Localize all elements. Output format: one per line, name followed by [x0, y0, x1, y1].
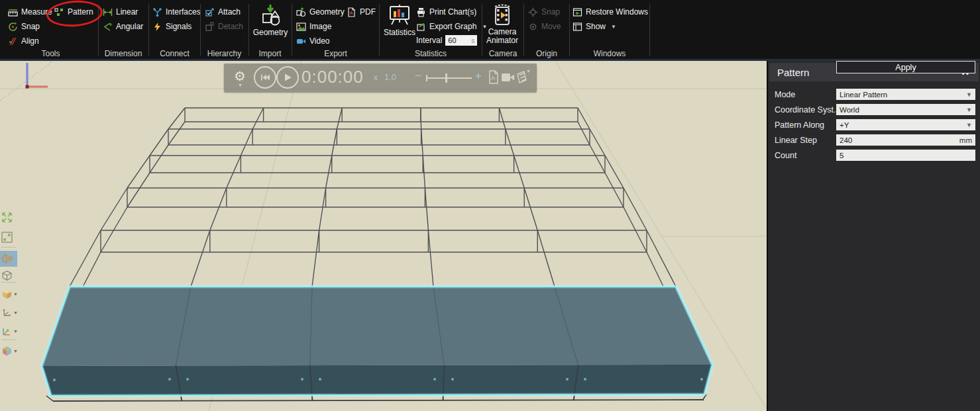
world-axes-button[interactable]: ▼ [1, 323, 19, 339]
export-geometry-button[interactable]: Geometry [296, 6, 345, 18]
pattern-along-select[interactable]: +Y ▼ [836, 119, 975, 130]
export-graph-button[interactable]: Export Graph ▼ [416, 21, 487, 32]
apply-button[interactable]: Apply [836, 61, 975, 73]
camera-animator-button[interactable]: Camera Animator [484, 3, 520, 45]
fit-selected-button[interactable] [1, 229, 19, 245]
linear-step-input[interactable] [840, 136, 959, 144]
export-pdf-animation-button[interactable]: A [488, 70, 499, 87]
camera-animator-icon [490, 3, 515, 28]
linear-step-unit: mm [959, 136, 972, 144]
dropdown-caret-icon[interactable]: ▼ [238, 83, 243, 87]
application-window: Measure Pattern Snap Align Tools Linear … [0, 0, 980, 411]
export-video-button[interactable]: Video [296, 35, 329, 47]
view-cube-button[interactable]: ▼ [1, 343, 19, 359]
dropdown-caret-icon: ▼ [13, 329, 18, 334]
linear-dimension-icon [103, 7, 113, 17]
wireframe-view-icon [1, 270, 13, 281]
video-camera-icon [502, 73, 515, 82]
speed-slider-track[interactable] [426, 77, 472, 79]
export-image-button[interactable]: Image [296, 21, 331, 32]
attach-icon [205, 7, 215, 17]
origin-snap-button[interactable]: Snap [528, 6, 560, 18]
measure-button[interactable]: Measure [8, 6, 52, 18]
solid-view-button[interactable]: ▼ [1, 286, 19, 302]
view-cube-icon [1, 345, 13, 357]
group-label-statistics: Statistics [381, 49, 480, 58]
play-button[interactable] [276, 66, 299, 89]
play-icon [284, 73, 292, 82]
pattern-button[interactable]: Pattern [54, 6, 93, 18]
export-pdf-button[interactable]: A PDF [347, 6, 376, 18]
pattern-along-row: Pattern Along +Y ▼ [768, 119, 980, 131]
detach-button[interactable]: Detach [205, 21, 243, 32]
detach-icon [205, 22, 215, 32]
restore-windows-icon [572, 7, 582, 17]
mode-value: Linear Pattern [840, 91, 966, 99]
interfaces-button[interactable]: Interfaces [152, 6, 201, 18]
group-label-import: Import [250, 49, 290, 58]
align-button[interactable]: Align [8, 35, 39, 47]
origin-snap-icon [528, 7, 538, 17]
snap-button[interactable]: Snap [8, 21, 40, 32]
group-label-camera: Camera [484, 49, 522, 58]
speed-slider-min-tick [426, 75, 427, 81]
print-charts-label: Print Chart(s) [429, 7, 476, 17]
viewport-toolbar-separator [1, 340, 16, 340]
statistics-button[interactable]: Statistics [383, 3, 416, 37]
angular-dimension-button[interactable]: Angular [103, 21, 143, 32]
restore-windows-button[interactable]: Restore Windows [572, 6, 648, 18]
coordinate-system-select[interactable]: World ▼ [836, 104, 975, 115]
attach-button[interactable]: Attach [205, 6, 241, 18]
speed-increase-button[interactable]: + [475, 69, 482, 83]
speed-slider-handle[interactable] [445, 73, 447, 83]
snap-icon [8, 22, 18, 32]
measure-label: Measure [21, 7, 52, 17]
signals-label: Signals [166, 22, 191, 31]
3d-viewport[interactable]: ▼ ▼ ▼ ▼ ⚙ ▼ 0:00:00 x 1.0 − [0, 61, 767, 411]
speed-prefix: x [374, 73, 378, 82]
export-graph-label: Export Graph [429, 22, 476, 31]
frame-axes-button[interactable]: ▼ [1, 304, 19, 320]
show-windows-button[interactable]: Show ▼ [572, 21, 616, 32]
fit-view-button[interactable] [1, 209, 19, 225]
print-charts-button[interactable]: Print Chart(s) [416, 6, 476, 18]
linear-dimension-button[interactable]: Linear [103, 6, 138, 18]
angular-dimension-icon [103, 22, 113, 32]
ribbon-separator [482, 4, 482, 56]
ribbon-separator [569, 4, 570, 56]
restore-windows-label: Restore Windows [586, 7, 648, 17]
interval-label: Interval [416, 36, 442, 45]
group-label-tools: Tools [5, 49, 96, 58]
world-axes-icon [1, 326, 13, 337]
group-label-connect: Connect [150, 49, 199, 58]
statistics-icon [388, 3, 411, 27]
coordinate-system-label: Coordinate Syst... [775, 105, 840, 114]
count-input[interactable] [840, 152, 972, 160]
playback-settings-gear-icon[interactable]: ⚙ [234, 68, 246, 84]
rewind-button[interactable] [254, 66, 276, 89]
speed-decrease-button[interactable]: − [415, 69, 421, 83]
signals-icon [152, 22, 162, 32]
mode-select[interactable]: Linear Pattern ▼ [836, 89, 975, 100]
ribbon-separator [292, 4, 292, 56]
record-video-button[interactable] [502, 73, 515, 85]
export-pdf-label: PDF [360, 7, 376, 17]
origin-move-button[interactable]: Move [528, 21, 561, 32]
export-geometry-label: Geometry [309, 7, 345, 17]
ribbon-separator [379, 4, 380, 56]
chevron-down-icon: ▼ [966, 122, 972, 128]
count-label: Count [775, 151, 796, 160]
angular-dimension-label: Angular [116, 22, 143, 31]
dropdown-caret-icon[interactable]: ▼ [526, 69, 531, 73]
wireframe-view-button[interactable] [1, 267, 19, 283]
render-mode-button[interactable] [0, 251, 17, 267]
export-image-icon [296, 22, 306, 32]
dropdown-caret-icon: ▼ [611, 24, 616, 30]
pattern-along-value: +Y [840, 121, 966, 129]
count-field [836, 150, 975, 161]
frame-axes-icon [1, 307, 13, 318]
import-geometry-label: Geometry [253, 28, 288, 37]
signals-button[interactable]: Signals [152, 21, 191, 32]
ribbon-separator [148, 4, 149, 56]
import-geometry-button[interactable]: Geometry [251, 3, 290, 37]
